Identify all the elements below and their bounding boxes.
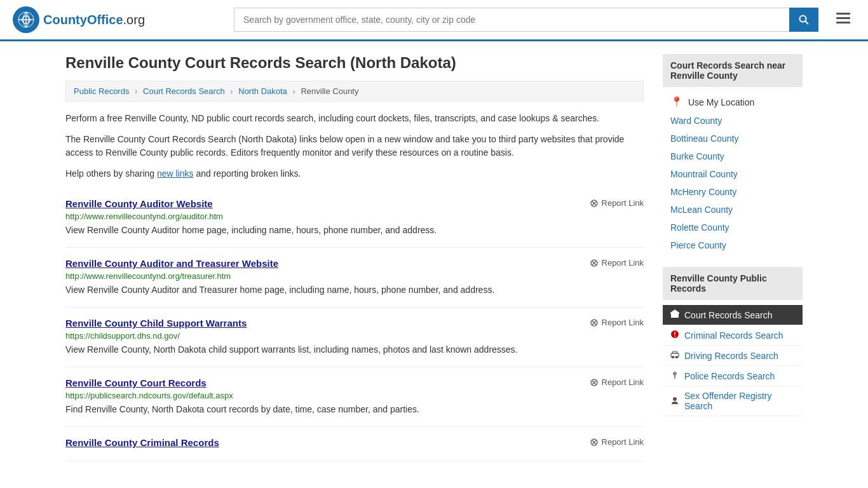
menu-button[interactable] [831,9,855,30]
svg-marker-27 [670,309,679,313]
result-desc-2: View Renville County, North Dakota child… [65,343,644,356]
pub-records-label-4: Sex Offender Registry Search [684,391,795,411]
description-para3: Help others by sharing new links and rep… [65,167,644,180]
nearby-county-mclean-county[interactable]: McLean County [663,201,803,219]
breadcrumb: Public Records › Court Records Search › … [65,81,644,102]
nearby-county-pierce-county[interactable]: Pierce County [663,236,803,254]
search-button[interactable] [789,8,818,32]
breadcrumb-public-records[interactable]: Public Records [74,86,129,96]
site-logo[interactable]: CountyOffice.org [13,6,145,33]
result-desc-3: Find Renville County, North Dakota court… [65,403,644,416]
svg-rect-7 [836,13,850,15]
page-title: Renville County Court Records Search (No… [65,54,644,72]
pub-records-icon-1: ! [670,330,679,341]
svg-point-5 [800,16,806,22]
pub-records-icon-0 [670,309,679,320]
result-title-4[interactable]: Renville County Criminal Records [65,437,219,448]
pub-records-item-1[interactable]: ! Criminal Records Search [663,325,803,346]
result-desc-1: View Renville County Auditor and Treasur… [65,283,644,297]
left-content: Renville County Court Records Search (No… [65,54,644,461]
svg-marker-31 [672,351,677,353]
pub-records-item-0[interactable]: Court Records Search [663,305,803,325]
site-header: CountyOffice.org [0,0,868,41]
result-url-2[interactable]: https://childsupport.dhs.nd.gov/ [65,331,644,341]
result-title-1[interactable]: Renville County Auditor and Treasurer We… [65,258,278,269]
pub-records-label-3: Police Records Search [684,371,775,381]
new-links-link[interactable]: new links [157,168,194,179]
nearby-section: Court Records Search near Renville Count… [663,54,803,254]
breadcrumb-current: Renville County [301,86,358,96]
nearby-county-rolette-county[interactable]: Rolette County [663,219,803,236]
svg-point-33 [676,356,678,358]
report-link-3[interactable]: Report Link [590,377,644,387]
pub-records-item-4[interactable]: Sex Offender Registry Search [663,386,803,416]
svg-rect-8 [836,17,850,19]
nearby-county-mountrail-county[interactable]: Mountrail County [663,165,803,183]
results-list: Renville County Auditor Website Report L… [65,188,644,461]
nearby-header: Court Records Search near Renville Count… [663,54,803,87]
result-item: Renville County Auditor Website Report L… [65,188,644,248]
pub-records-icon-2 [670,350,679,361]
pub-records-label-0: Court Records Search [684,310,773,320]
breadcrumb-court-records-search[interactable]: Court Records Search [143,86,225,96]
search-bar [234,8,818,32]
result-item: Renville County Court Records Report Lin… [65,367,644,427]
nearby-counties: Ward CountyBottineau CountyBurke CountyM… [663,112,803,254]
svg-text:!: ! [674,331,675,338]
result-item: Renville County Child Support Warrants R… [65,308,644,367]
report-link-0[interactable]: Report Link [590,198,644,208]
use-my-location[interactable]: 📍 Use My Location [663,92,803,112]
right-sidebar: Court Records Search near Renville Count… [663,54,803,461]
result-url-1[interactable]: http://www.renvillecountynd.org/treasure… [65,271,644,281]
location-icon: 📍 [670,96,683,108]
description-para1: Perform a free Renville County, ND publi… [65,112,644,125]
svg-point-32 [672,356,674,358]
breadcrumb-north-dakota[interactable]: North Dakota [238,86,287,96]
report-link-1[interactable]: Report Link [590,258,644,268]
logo-text: CountyOffice.org [43,13,145,27]
result-title-2[interactable]: Renville County Child Support Warrants [65,318,247,329]
logo-icon [13,6,39,33]
pub-records-icon-3 [670,370,679,381]
description-para2: The Renville County Court Records Search… [65,133,644,159]
nearby-county-bottineau-county[interactable]: Bottineau County [663,130,803,147]
report-link-2[interactable]: Report Link [590,318,644,327]
pub-records-icon-4 [670,396,679,407]
pub-records-item-2[interactable]: Driving Records Search [663,346,803,366]
nearby-county-burke-county[interactable]: Burke County [663,147,803,165]
search-input[interactable] [234,8,789,32]
svg-point-35 [673,397,677,401]
result-title-0[interactable]: Renville County Auditor Website [65,198,213,209]
pub-records-header: Renville County Public Records [663,267,803,300]
nearby-county-ward-county[interactable]: Ward County [663,112,803,130]
report-link-4[interactable]: Report Link [590,437,644,447]
result-url-3[interactable]: https://publicsearch.ndcourts.gov/defaul… [65,391,644,400]
svg-rect-25 [671,313,679,318]
result-title-3[interactable]: Renville County Court Records [65,377,207,388]
result-item: Renville County Criminal Records Report … [65,427,644,461]
result-desc-0: View Renville County Auditor home page, … [65,224,644,237]
pub-records-label-1: Criminal Records Search [684,330,783,341]
pub-records-item-3[interactable]: Police Records Search [663,366,803,386]
result-item: Renville County Auditor and Treasurer We… [65,248,644,308]
main-content: Renville County Court Records Search (No… [53,41,815,474]
svg-rect-9 [836,22,850,24]
pub-records-list: Court Records Search! Criminal Records S… [663,305,803,416]
svg-line-6 [806,22,809,25]
svg-rect-26 [670,313,679,314]
pub-records-section: Renville County Public Records Court Rec… [663,267,803,416]
result-url-0[interactable]: http://www.renvillecountynd.org/auditor.… [65,212,644,221]
nearby-county-mchenry-county[interactable]: McHenry County [663,183,803,201]
pub-records-label-2: Driving Records Search [684,351,778,361]
